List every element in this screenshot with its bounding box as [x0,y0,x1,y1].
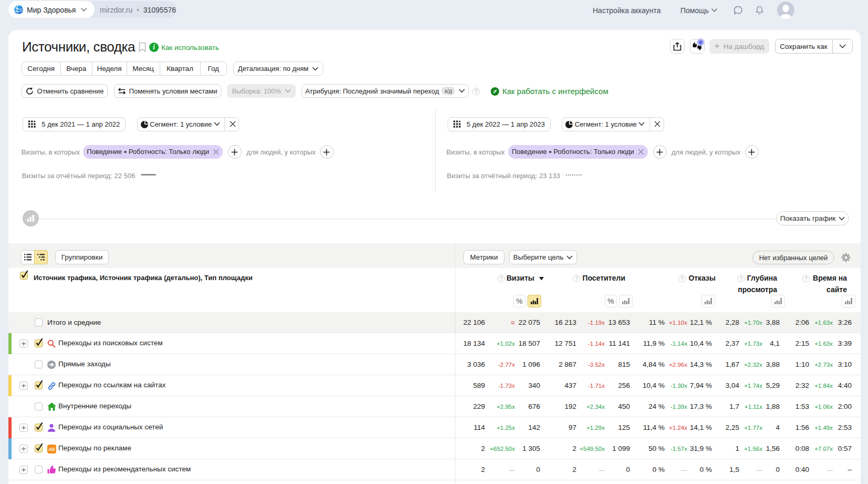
svg-text:AD: AD [49,447,55,452]
